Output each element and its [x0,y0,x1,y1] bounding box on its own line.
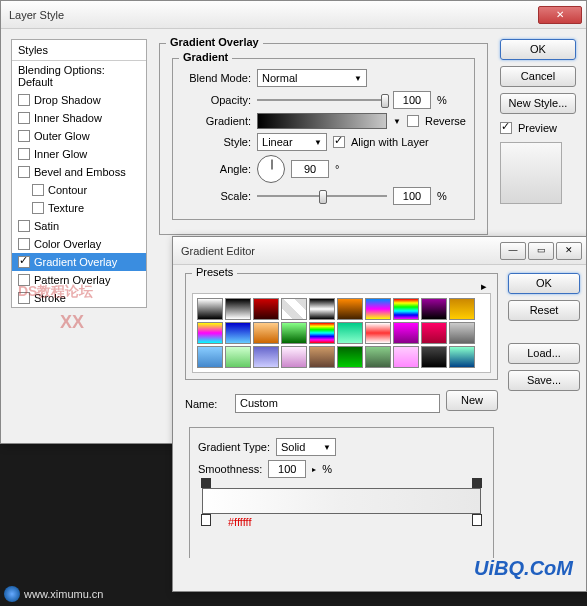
chevron-down-icon: ▼ [354,74,362,83]
ge-save-button[interactable]: Save... [508,370,580,391]
close-button[interactable]: ✕ [538,6,582,24]
preset-swatch[interactable] [309,322,335,344]
style-item-color-overlay[interactable]: Color Overlay [12,235,146,253]
style-item-bevel-and-emboss[interactable]: Bevel and Emboss [12,163,146,181]
style-checkbox[interactable] [32,184,44,196]
style-item-texture[interactable]: Texture [12,199,146,217]
opacity-stop-left[interactable] [201,478,211,488]
preset-swatch[interactable] [225,298,251,320]
preset-swatch[interactable] [253,346,279,368]
scale-value[interactable]: 100 [393,187,431,205]
preset-swatch[interactable] [365,298,391,320]
preset-swatch[interactable] [197,298,223,320]
preset-swatch[interactable] [281,346,307,368]
chevron-right-icon[interactable]: ▸ [312,465,316,474]
preset-swatch[interactable] [281,298,307,320]
new-style-button[interactable]: New Style... [500,93,576,114]
style-item-pattern-overlay[interactable]: Pattern Overlay [12,271,146,289]
style-item-gradient-overlay[interactable]: Gradient Overlay [12,253,146,271]
style-checkbox[interactable] [18,130,30,142]
preset-swatch[interactable] [281,322,307,344]
preset-swatch[interactable] [253,322,279,344]
style-checkbox[interactable] [18,148,30,160]
layer-style-titlebar[interactable]: Layer Style ✕ [1,1,586,29]
preset-swatch[interactable] [225,346,251,368]
style-checkbox[interactable] [18,292,30,304]
angle-dial[interactable] [257,155,285,183]
preset-swatch[interactable] [365,322,391,344]
smoothness-value[interactable]: 100 [268,460,306,478]
ge-ok-button[interactable]: OK [508,273,580,294]
layer-style-title: Layer Style [9,9,538,21]
preset-swatch[interactable] [393,346,419,368]
color-stop-left[interactable] [201,514,211,526]
gradient-type-select[interactable]: Solid▼ [276,438,336,456]
gradient-name-input[interactable]: Custom [235,394,440,413]
blending-options-row[interactable]: Blending Options: Default [12,61,146,91]
presets-menu-icon[interactable]: ▸ [481,280,487,292]
style-checkbox[interactable] [32,202,44,214]
preset-swatch[interactable] [449,322,475,344]
style-item-outer-glow[interactable]: Outer Glow [12,127,146,145]
cancel-button[interactable]: Cancel [500,66,576,87]
angle-value[interactable]: 90 [291,160,329,178]
align-checkbox[interactable] [333,136,345,148]
new-gradient-button[interactable]: New [446,390,498,411]
opacity-value[interactable]: 100 [393,91,431,109]
preset-swatch[interactable] [393,298,419,320]
preset-swatch[interactable] [421,298,447,320]
style-item-drop-shadow[interactable]: Drop Shadow [12,91,146,109]
styles-header[interactable]: Styles [12,40,146,61]
style-select[interactable]: Linear▼ [257,133,327,151]
style-checkbox[interactable] [18,256,30,268]
opacity-stop-right[interactable] [472,478,482,488]
opacity-slider[interactable] [257,99,387,101]
color-stop-right[interactable] [472,514,482,526]
style-item-inner-glow[interactable]: Inner Glow [12,145,146,163]
gradient-swatch[interactable] [257,113,387,129]
gradient-bar[interactable] [202,488,481,514]
preset-swatch[interactable] [449,346,475,368]
preset-swatch[interactable] [309,298,335,320]
style-item-contour[interactable]: Contour [12,181,146,199]
style-checkbox[interactable] [18,112,30,124]
ge-load-button[interactable]: Load... [508,343,580,364]
minimize-button[interactable]: — [500,242,526,260]
preset-swatch[interactable] [197,322,223,344]
preset-swatch[interactable] [309,346,335,368]
preset-swatch[interactable] [449,298,475,320]
gradient-editor-dialog: Gradient Editor — ▭ ✕ Presets ▸ Name: Cu… [172,236,587,592]
blend-mode-select[interactable]: Normal▼ [257,69,367,87]
preview-swatch [500,142,562,204]
preset-swatch[interactable] [253,298,279,320]
preset-swatch[interactable] [365,346,391,368]
style-checkbox[interactable] [18,220,30,232]
preset-swatch[interactable] [421,346,447,368]
ge-reset-button[interactable]: Reset [508,300,580,321]
reverse-checkbox[interactable] [407,115,419,127]
preview-checkbox[interactable] [500,122,512,134]
brand-watermark: UiBQ.CoM [474,557,573,580]
preset-swatch[interactable] [337,322,363,344]
preset-grid [192,293,491,373]
ok-button[interactable]: OK [500,39,576,60]
chevron-down-icon[interactable]: ▼ [393,117,401,126]
preset-swatch[interactable] [421,322,447,344]
preset-swatch[interactable] [197,346,223,368]
style-item-inner-shadow[interactable]: Inner Shadow [12,109,146,127]
preset-swatch[interactable] [393,322,419,344]
style-checkbox[interactable] [18,274,30,286]
style-item-stroke[interactable]: Stroke [12,289,146,307]
style-checkbox[interactable] [18,94,30,106]
gradient-editor-titlebar[interactable]: Gradient Editor — ▭ ✕ [173,237,586,265]
preset-swatch[interactable] [337,298,363,320]
styles-panel: Styles Blending Options: Default Drop Sh… [11,39,147,308]
close-button[interactable]: ✕ [556,242,582,260]
maximize-button[interactable]: ▭ [528,242,554,260]
style-checkbox[interactable] [18,166,30,178]
scale-slider[interactable] [257,195,387,197]
preset-swatch[interactable] [337,346,363,368]
style-item-satin[interactable]: Satin [12,217,146,235]
preset-swatch[interactable] [225,322,251,344]
style-checkbox[interactable] [18,238,30,250]
